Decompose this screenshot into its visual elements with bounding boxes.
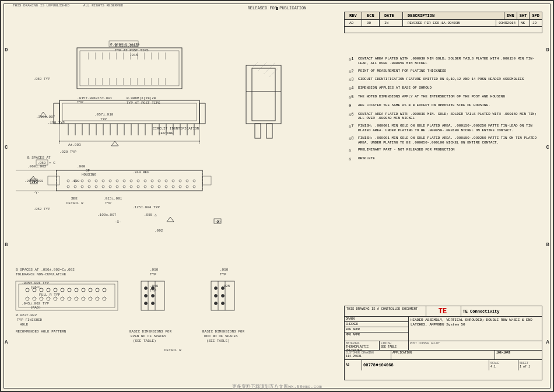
- note-7: △6 CONTACT AREA PLATED WITH .000030 MIN.…: [349, 112, 541, 121]
- svg-point-106: [33, 297, 36, 300]
- zone-a-right: A: [546, 340, 549, 345]
- svg-text:.050: .050: [150, 284, 159, 288]
- note-7-symbol: △6: [349, 112, 358, 118]
- rev-header-spd: SPD: [530, 12, 542, 19]
- tb-part-num: 108-1043: [495, 351, 542, 359]
- rev-header-sht: SHT: [517, 12, 530, 19]
- svg-text:.015±.001: .015±.001: [93, 96, 113, 100]
- svg-text:.020 TYP: .020 TYP: [59, 150, 76, 154]
- svg-text:OF: OF: [86, 169, 90, 173]
- svg-point-57: [95, 180, 97, 182]
- svg-text:.055 △: .055 △: [144, 213, 157, 217]
- svg-rect-139: [267, 124, 272, 138]
- tb-sheet-val: 1 of 1: [520, 365, 541, 369]
- svg-text:DETAIL R: DETAIL R: [66, 201, 83, 205]
- svg-point-112: [75, 297, 78, 300]
- technical-drawing-svg: Ø.015±.0015 TYP AT POST TIPS .015 Ø.006M…: [1, 1, 345, 392]
- svg-point-90: [193, 186, 195, 188]
- svg-point-104: [103, 288, 106, 292]
- svg-line-218: [269, 68, 278, 77]
- tb-checked: CHECKED: [345, 322, 408, 327]
- note-1: △1 CONTACT AREA PLATED WITH .000030 MIN …: [349, 57, 541, 66]
- svg-text:.025: .025: [222, 284, 230, 288]
- svg-text:.035±.001 TYP: .035±.001 TYP: [22, 281, 49, 285]
- notes-area: △1 CONTACT AREA PLATED WITH .000030 MIN …: [349, 57, 541, 165]
- svg-point-122: [145, 295, 148, 298]
- svg-text:DETAIL R: DETAIL R: [164, 348, 181, 352]
- svg-text:TYP AT POST TIPS: TYP AT POST TIPS: [127, 101, 160, 105]
- svg-text:.092: .092: [155, 229, 163, 233]
- svg-text:(SEE TABLE): (SEE TABLE): [206, 339, 230, 343]
- note-5-text: THE NOTED DIMENSIONS APPLY AT THE INTERS…: [358, 94, 505, 99]
- tb-company: TE Connectivity: [461, 306, 542, 316]
- svg-point-80: [123, 186, 125, 188]
- svg-point-85: [158, 186, 160, 188]
- svg-marker-208: [111, 141, 118, 146]
- svg-point-111: [68, 297, 71, 300]
- note-11: △ OBSOLETE: [349, 156, 541, 162]
- svg-point-59: [109, 180, 111, 182]
- svg-point-105: [26, 297, 29, 300]
- svg-point-68: [172, 180, 174, 182]
- note-4: △4 DIMENSION APPLIES AT BASE OF SHROUD: [349, 86, 541, 92]
- note-4-symbol: △4: [349, 86, 358, 92]
- svg-text:Ø.006M|X|Y⊕|Z⊕: Ø.006M|X|Y⊕|Z⊕: [110, 43, 140, 47]
- svg-text:SEE: SEE: [71, 197, 78, 201]
- svg-text:-Y-: -Y-: [31, 180, 38, 184]
- svg-text:TYP AT POST TIPS: TYP AT POST TIPS: [115, 48, 149, 52]
- svg-text:BASIC DIMENSIONS FOR: BASIC DIMENSIONS FOR: [129, 330, 171, 334]
- rev-sht: NK: [518, 20, 530, 26]
- svg-point-75: [88, 186, 90, 188]
- tb-controlled: THIS DRAWING IS A CONTROLLED DOCUMENT: [345, 306, 426, 316]
- svg-text:B SPACES AT: B SPACES AT: [27, 156, 51, 160]
- svg-point-86: [165, 186, 167, 188]
- tb-cage: A2: [345, 360, 362, 370]
- svg-text:BASIC DIMENSIONS FOR: BASIC DIMENSIONS FOR: [202, 330, 244, 334]
- rev-rev: AD: [345, 20, 362, 26]
- svg-point-97: [54, 288, 57, 292]
- svg-point-132: [222, 295, 225, 298]
- tb-finish-val: SEE TABLE: [381, 345, 407, 349]
- note-8-text: FINISH: .000001 MIN GOLD ON GOLD PLATED …: [358, 124, 541, 133]
- svg-text:.015±.001: .015±.001: [103, 197, 122, 201]
- note-6-symbol: ⊕: [349, 103, 358, 109]
- svg-text:.060±.002: .060±.002: [27, 164, 47, 169]
- svg-point-61: [123, 180, 125, 182]
- svg-text:= C: = C: [49, 161, 55, 165]
- rev-spacer: [345, 27, 542, 33]
- svg-point-87: [172, 186, 174, 188]
- tb-part-name: HEADER ASSEMBLY, VERTICAL SHROUDED; DOUB…: [409, 317, 542, 341]
- svg-point-101: [82, 288, 85, 292]
- svg-text:(SEE TABLE): (SEE TABLE): [133, 339, 156, 343]
- tb-scale-val: 4:1: [490, 365, 517, 369]
- svg-point-103: [96, 288, 99, 292]
- tb-drawn: DRAWN: [345, 317, 408, 322]
- svg-text:FEATURE: FEATURE: [159, 131, 174, 135]
- note-3: △3 CIRCUIT IDENTIFICATION FEATURE OMITTE…: [349, 77, 541, 83]
- svg-point-107: [40, 297, 43, 300]
- note-11-text: OBSOLETE: [358, 156, 375, 161]
- zone-b-right: B: [546, 242, 549, 248]
- note-3-text: CIRCUIT IDENTIFICATION FEATURE OMITTED O…: [358, 77, 524, 82]
- svg-point-109: [54, 297, 57, 300]
- svg-text:.000: .000: [77, 164, 86, 169]
- tb-row-1: THIS DRAWING IS A CONTROLLED DOCUMENT TE…: [345, 306, 542, 317]
- svg-point-64: [144, 180, 146, 182]
- svg-text:.344 REF: .344 REF: [132, 170, 149, 174]
- svg-point-70: [186, 180, 188, 182]
- svg-text:ODD NO OF SPACES: ODD NO OF SPACES: [204, 334, 238, 338]
- note-2-text: POINT OF MEASUREMENT FOR PLATING THICKNE…: [358, 69, 446, 74]
- note-1-text: CONTACT AREA PLATED WITH .000030 MIN GOL…: [358, 57, 541, 66]
- svg-point-89: [186, 186, 188, 188]
- svg-text:.150 TYP: .150 TYP: [48, 121, 65, 125]
- svg-text:TYP: TYP: [100, 117, 107, 121]
- tb-finish-label: FINISH SEE TABLE: [380, 341, 409, 350]
- note-6: ⊕ ARE LOCATED THE SAME AS ⊕ ⊕ EXCEPT ON …: [349, 103, 541, 109]
- svg-point-129: [215, 287, 218, 290]
- svg-point-108: [47, 297, 50, 300]
- rev-dwn: 034R2014: [496, 20, 518, 26]
- watermark: 更多资料下载请到五八文库wk.58emo.com: [232, 383, 322, 390]
- svg-text:TYP: TYP: [150, 272, 156, 276]
- svg-text:.100±.007: .100±.007: [97, 213, 117, 217]
- svg-point-93: [26, 288, 29, 292]
